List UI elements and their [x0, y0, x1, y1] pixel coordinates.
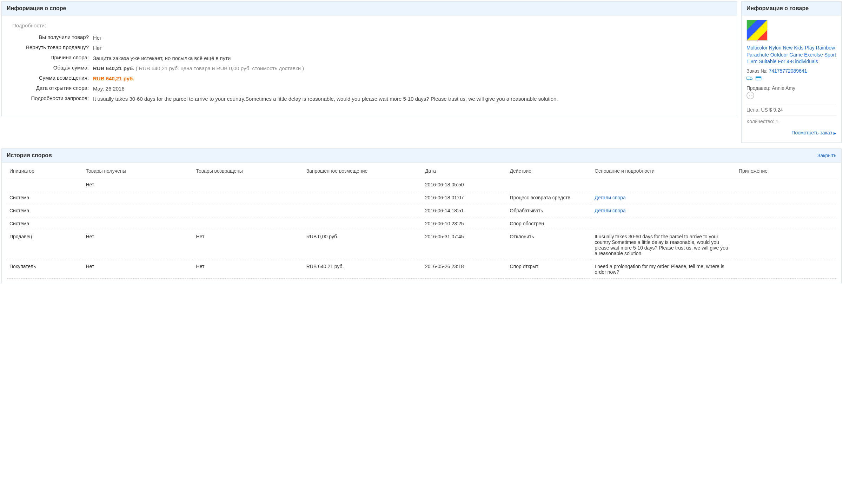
- svg-rect-0: [747, 77, 750, 79]
- label-received: Вы получили товар?: [12, 34, 93, 40]
- cell-action: Спор открыт: [506, 260, 591, 278]
- cell-action: Спор обострён: [506, 217, 591, 230]
- svg-point-2: [750, 79, 751, 80]
- table-row: Нет2016-06-18 05:50: [6, 178, 837, 191]
- th-action: Действие: [506, 164, 591, 178]
- table-row: Система2016-06-18 01:07Процесс возврата …: [6, 191, 837, 204]
- dispute-details-link[interactable]: Детали спора: [595, 208, 626, 213]
- seller-label: Продавец:: [746, 85, 770, 91]
- view-order-link[interactable]: Посмотреть заказ ▶: [791, 130, 836, 135]
- cell-requested-refund: [303, 204, 422, 217]
- cell-attachment: [735, 260, 837, 278]
- cell-date: 2016-06-18 05:50: [422, 178, 506, 191]
- cell-action: Процесс возврата средств: [506, 191, 591, 204]
- cell-goods-received: [82, 191, 192, 204]
- cell-date: 2016-06-18 01:07: [422, 191, 506, 204]
- cell-requested-refund: RUB 0,00 руб.: [303, 230, 422, 260]
- cell-date: 2016-06-10 23:25: [422, 217, 506, 230]
- cell-goods-returned: [193, 191, 303, 204]
- cell-initiator: Продавец: [6, 230, 82, 260]
- view-order-text: Посмотреть заказ: [791, 130, 832, 135]
- cell-action: Обрабатывать: [506, 204, 591, 217]
- cell-details: [591, 217, 735, 230]
- cell-details: Детали спора: [591, 204, 735, 217]
- cell-requested-refund: [303, 178, 422, 191]
- cell-initiator: Система: [6, 204, 82, 217]
- cell-attachment: [735, 230, 837, 260]
- order-number-link[interactable]: 74175772089641: [769, 68, 807, 74]
- cell-action: Отклонить: [506, 230, 591, 260]
- value-received: Нет: [93, 34, 726, 41]
- details-label: Подробности:: [12, 22, 726, 28]
- label-opened: Дата открытия спора:: [12, 85, 93, 91]
- price-label: Цена:: [746, 107, 760, 113]
- history-title: История споров: [7, 152, 52, 159]
- cell-details: It usually takes 30-60 days for the parc…: [591, 230, 735, 260]
- dispute-history-panel: История споров Закрыть Инициатор Товары …: [1, 148, 842, 283]
- value-opened: May. 26 2016: [93, 85, 726, 92]
- th-attachment: Приложение: [735, 164, 837, 178]
- label-request-details: Подробности запросов:: [12, 95, 93, 101]
- product-info-title: Информация о товаре: [742, 2, 841, 15]
- cell-goods-received: Нет: [82, 230, 192, 260]
- truck-icon[interactable]: [746, 76, 753, 82]
- cell-initiator: Система: [6, 217, 82, 230]
- chat-icon[interactable]: [746, 92, 754, 99]
- order-number-label: Заказ №:: [746, 68, 768, 74]
- cell-initiator: Покупатель: [6, 260, 82, 278]
- cell-goods-received: Нет: [82, 260, 192, 278]
- svg-rect-3: [756, 77, 761, 80]
- th-requested-refund: Запрошенное возмещение: [303, 164, 422, 178]
- chevron-right-icon: ▶: [834, 131, 836, 135]
- cell-action: [506, 178, 591, 191]
- cell-requested-refund: [303, 191, 422, 204]
- table-row: ПродавецНетНетRUB 0,00 руб.2016-05-31 07…: [6, 230, 837, 260]
- label-reason: Причина спора:: [12, 54, 93, 60]
- seller-value: Annie Amy: [772, 85, 795, 91]
- cell-details: Детали спора: [591, 191, 735, 204]
- dispute-details-link[interactable]: Детали спора: [595, 195, 626, 200]
- svg-rect-4: [756, 77, 761, 78]
- value-total: RUB 640,21 руб. ( RUB 640,21 руб. цена т…: [93, 65, 726, 72]
- th-details: Основание и подробности: [591, 164, 735, 178]
- cell-initiator: Система: [6, 191, 82, 204]
- cell-goods-received: Нет: [82, 178, 192, 191]
- cell-attachment: [735, 217, 837, 230]
- value-total-bold: RUB 640,21 руб.: [93, 65, 134, 71]
- svg-point-1: [748, 79, 749, 80]
- price-value: US $ 9.24: [761, 107, 783, 113]
- cell-goods-returned: [193, 204, 303, 217]
- value-refund: RUB 640,21 руб.: [93, 75, 726, 82]
- label-total: Общая сумма:: [12, 65, 93, 71]
- cell-goods-received: [82, 204, 192, 217]
- cell-goods-returned: Нет: [193, 230, 303, 260]
- value-request-details: It usually takes 30-60 days for the parc…: [93, 95, 726, 102]
- qty-label: Количество:: [746, 119, 774, 124]
- cell-goods-returned: [193, 178, 303, 191]
- value-reason: Защита заказа уже истекает, но посылка в…: [93, 54, 726, 62]
- qty-value: 1: [776, 119, 778, 124]
- product-info-panel: Информация о товаре Multicolor Nylon New…: [741, 1, 842, 143]
- value-total-breakdown: ( RUB 640,21 руб. цена товара и RUB 0,00…: [136, 65, 304, 71]
- history-table: Инициатор Товары получены Товары возвращ…: [6, 164, 837, 279]
- dispute-info-panel: Информация о споре Подробности: Вы получ…: [1, 1, 737, 116]
- cell-details: [591, 178, 735, 191]
- cell-requested-refund: RUB 640,21 руб.: [303, 260, 422, 278]
- cell-goods-returned: [193, 217, 303, 230]
- cell-attachment: [735, 204, 837, 217]
- card-icon[interactable]: [756, 76, 762, 82]
- value-return: Нет: [93, 44, 726, 52]
- cell-date: 2016-06-14 18:51: [422, 204, 506, 217]
- cell-goods-returned: Нет: [193, 260, 303, 278]
- cell-attachment: [735, 191, 837, 204]
- close-link[interactable]: Закрыть: [817, 153, 836, 158]
- cell-date: 2016-05-26 23:18: [422, 260, 506, 278]
- th-goods-received: Товары получены: [82, 164, 192, 178]
- dispute-info-title: Информация о споре: [2, 2, 737, 15]
- product-name-link[interactable]: Multicolor Nylon New Kids Play Rainbow P…: [746, 45, 836, 65]
- cell-goods-received: [82, 217, 192, 230]
- th-initiator: Инициатор: [6, 164, 82, 178]
- table-row: Система2016-06-14 18:51ОбрабатыватьДетал…: [6, 204, 837, 217]
- cell-attachment: [735, 178, 837, 191]
- product-image[interactable]: [746, 20, 768, 41]
